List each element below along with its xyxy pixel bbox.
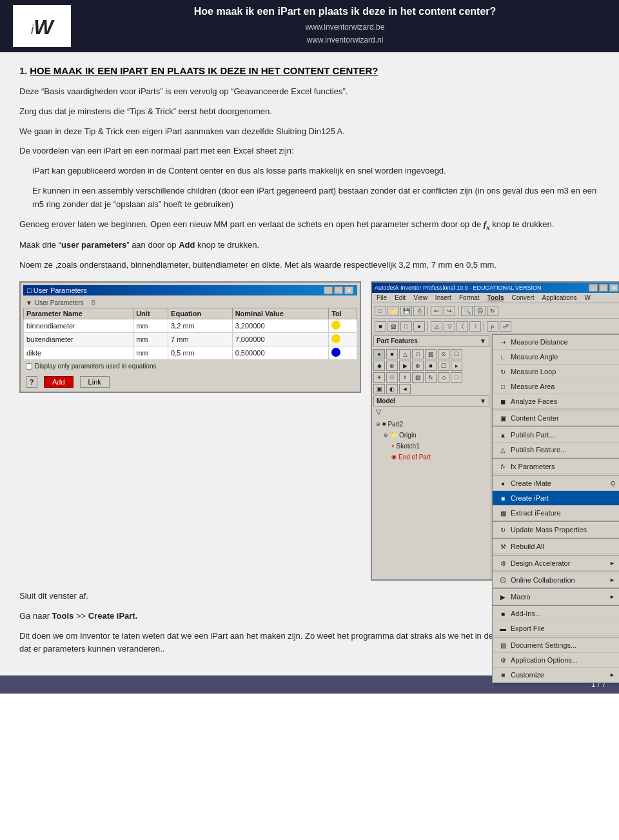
tree-item-end-of-part[interactable]: ◉ End of Part (376, 452, 487, 463)
menu-edit[interactable]: Edit (393, 294, 408, 302)
toolbar-btn-2i[interactable]: fx (487, 321, 498, 332)
pf-btn-18[interactable]: ▤ (412, 372, 424, 383)
pf-btn-6[interactable]: ⊙ (438, 349, 449, 359)
toolbar-btn-2c[interactable]: □ (400, 321, 412, 332)
menu-item-measure-loop[interactable]: ↻Measure Loop (493, 365, 619, 379)
pf-btn-13[interactable]: ☐ (438, 361, 449, 371)
toolbar-btn-rotate[interactable]: ↻ (487, 306, 498, 316)
pf-btn-7[interactable]: ☐ (451, 349, 462, 359)
toolbar-btn-2d[interactable]: ● (413, 321, 425, 332)
menu-item-extract-ifeature[interactable]: ▦Extract iFeature (493, 506, 619, 521)
menu-item-measure-area[interactable]: □Measure Area (493, 379, 619, 394)
minimize-button[interactable]: _ (324, 286, 333, 294)
filter-icon[interactable]: ▽ (376, 408, 381, 415)
pf-btn-2[interactable]: ■ (386, 349, 398, 359)
menu-item-update-mass[interactable]: ↻Update Mass Properties (493, 523, 619, 537)
link-button[interactable]: Link (80, 376, 110, 388)
toolbar-btn-new[interactable]: □ (375, 306, 386, 316)
section-number: 1. (19, 65, 28, 76)
menu-item-measure-distance[interactable]: ⇢Measure Distance (493, 335, 619, 350)
menu-w[interactable]: W (582, 294, 592, 302)
menu-format[interactable]: Format (457, 294, 482, 302)
separator-7 (493, 555, 619, 555)
pf-btn-3[interactable]: △ (399, 349, 411, 359)
pf-btn-21[interactable]: □ (451, 372, 462, 383)
tree-item-sketch1[interactable]: ♦ Sketch1 (376, 441, 487, 452)
menu-file[interactable]: File (375, 294, 389, 302)
pf-btn-20[interactable]: ◇ (438, 372, 449, 383)
menu-item-publish-part[interactable]: ▲Publish Part... (493, 428, 619, 443)
pf-btn-24[interactable]: ◄ (399, 384, 411, 394)
menu-item-addins[interactable]: ■Add-Ins... (493, 606, 619, 621)
menu-item-online-collab[interactable]: ☹Online Collaboration ► (493, 573, 619, 588)
pf-btn-14[interactable]: ▸ (451, 361, 462, 371)
menu-item-design-accelerator[interactable]: ⚙Design Accelerator ► (493, 556, 619, 571)
toolbar-btn-2e[interactable]: △ (431, 321, 442, 332)
pf-btn-22[interactable]: ▣ (373, 384, 385, 394)
pf-btn-23[interactable]: ◐ (386, 384, 398, 394)
toolbar-btn-2j[interactable]: ☍ (500, 321, 511, 332)
inventor-title: Autodesk Inventor Professional 10.0 - ED… (375, 285, 542, 291)
section-title: HOE MAAK IK EEN IPART EN PLAATS IK DEZE … (30, 65, 378, 76)
menu-insert[interactable]: Insert (433, 294, 453, 302)
pf-btn-1[interactable]: ● (373, 349, 385, 359)
menu-item-fx-parameters[interactable]: fxfx Parameters (493, 459, 619, 474)
toolbar-btn-save[interactable]: 💾 (400, 306, 412, 316)
toolbar-btn-zoom[interactable]: 🔍 (461, 306, 473, 316)
close-button[interactable]: ✕ (344, 286, 353, 294)
pf-btn-12[interactable]: ■ (425, 361, 437, 371)
pf-btn-10[interactable]: ▶ (399, 361, 411, 371)
toolbar-btn-2f[interactable]: ▽ (444, 321, 455, 332)
menu-item-app-options[interactable]: ⚙Application Options... (493, 653, 619, 668)
pf-btn-16[interactable]: ☉ (386, 372, 398, 383)
menu-item-customize[interactable]: ◾Customize ► (493, 668, 619, 683)
close-btn[interactable]: ✕ (609, 284, 618, 292)
tools-link: Tools (52, 611, 74, 621)
toolbar-btn-open[interactable]: 📁 (388, 306, 399, 316)
menu-item-create-imate[interactable]: ●Create iMate Q (493, 476, 619, 491)
menu-item-analyze-faces[interactable]: ◼Analyze Faces (493, 394, 619, 409)
menu-tools[interactable]: Tools (486, 294, 506, 302)
param-window-title: □ User Parameters (27, 286, 87, 294)
part-features-bar[interactable]: Part Features ▼ (373, 335, 489, 346)
menu-item-create-ipart[interactable]: ■Create iPart (493, 491, 619, 506)
pf-btn-5[interactable]: ▨ (425, 349, 437, 359)
toolbar-btn-undo[interactable]: ↩ (431, 306, 442, 316)
menu-item-measure-angle[interactable]: ∟Measure Angle (493, 350, 619, 365)
menu-item-rebuild-all[interactable]: ⚒Rebuild All (493, 539, 619, 554)
menu-view[interactable]: View (411, 294, 429, 302)
toolbar-btn-2g[interactable]: 〈 (457, 321, 468, 332)
menu-convert[interactable]: Convert (509, 294, 536, 302)
menu-item-content-center[interactable]: ▣Content Center (493, 411, 619, 426)
menu-applications[interactable]: Applications (540, 294, 579, 302)
menu-item-publish-feature[interactable]: △Publish Feature... (493, 443, 619, 457)
toolbar-btn-2a[interactable]: ■ (375, 321, 386, 332)
maximize-btn[interactable]: □ (599, 284, 608, 292)
model-bar[interactable]: Model ▼ (373, 395, 489, 406)
display-only-checkbox[interactable] (26, 363, 32, 370)
pf-btn-19[interactable]: fx (425, 372, 437, 383)
pf-btn-15[interactable]: ☀ (373, 372, 385, 383)
menu-item-export-file[interactable]: ▬Export File (493, 621, 619, 636)
toolbar-btn-print[interactable]: ⎙ (413, 306, 425, 316)
pf-btn-17[interactable]: ♯ (399, 372, 411, 383)
tree-item-origin[interactable]: ⊕ 📁 Origin (376, 430, 487, 441)
help-button[interactable]: ? (26, 376, 37, 388)
toolbar-btn-redo[interactable]: ↪ (444, 306, 455, 316)
maximize-button[interactable]: □ (334, 286, 343, 294)
toolbar-btn-2h[interactable]: 〉 (469, 321, 481, 332)
tree-item-part2[interactable]: ⊕ ■ Part2 (376, 419, 487, 430)
pf-btn-8[interactable]: ◆ (373, 361, 385, 371)
menu-item-macro[interactable]: ▶Macro ► (493, 590, 619, 605)
toolbar-btn-2b[interactable]: ▨ (388, 321, 399, 332)
pf-btn-9[interactable]: ⊕ (386, 361, 398, 371)
minimize-btn[interactable]: _ (589, 284, 598, 292)
menu-item-document-settings[interactable]: ▤Document Settings... (493, 638, 619, 653)
table-row: buitendiameter mm 7 mm 7,000000 (24, 333, 357, 346)
add-button[interactable]: Add (44, 376, 74, 388)
pf-btn-4[interactable]: □ (412, 349, 424, 359)
part-icon: ■ (382, 419, 386, 429)
pf-btn-11[interactable]: ⊛ (412, 361, 424, 371)
col-header-value: Nominal Value (232, 308, 329, 319)
toolbar-btn-pan[interactable]: ☹ (474, 306, 486, 316)
